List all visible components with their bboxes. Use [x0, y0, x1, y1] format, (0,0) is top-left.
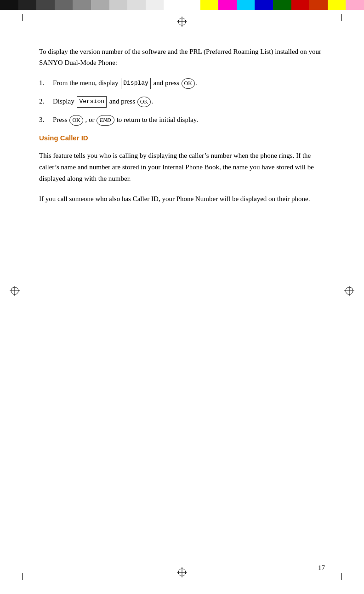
step-2-period: .	[151, 98, 153, 105]
step-1-period: .	[195, 79, 197, 87]
crop-mark-tl-h	[22, 14, 29, 14]
steps-list: 1. From the menu, display Display and pr…	[39, 77, 325, 126]
step-3: 3. Press OK , or END to return to the in…	[39, 114, 325, 126]
crop-mark-bl-v	[22, 573, 23, 580]
crop-mark-bl-h	[22, 580, 29, 580]
step-1-lcd-display: Display	[121, 78, 151, 89]
step-1-btn-ok: OK	[182, 78, 195, 89]
step-2-text-mid: and press	[109, 98, 137, 105]
step-3-content: Press OK , or END to return to the initi…	[53, 114, 198, 126]
step-2-btn-ok: OK	[137, 97, 151, 107]
step-3-btn-ok: OK	[69, 115, 83, 126]
color-bar-top	[0, 0, 364, 10]
intro-paragraph: To display the version number of the sof…	[39, 46, 325, 68]
step-1-content: From the menu, display Display and press…	[53, 77, 197, 89]
crop-mark-br-v	[341, 573, 342, 580]
step-2: 2. Display Version and press OK.	[39, 96, 325, 108]
step-1: 1. From the menu, display Display and pr…	[39, 77, 325, 89]
step-2-text-before: Display	[53, 98, 74, 105]
step-2-number: 2.	[39, 96, 53, 107]
step-2-lcd-version: Version	[77, 96, 107, 108]
step-1-number: 1.	[39, 77, 53, 88]
body-paragraph-2: If you call someone who also has Caller …	[39, 193, 325, 205]
step-2-content: Display Version and press OK.	[53, 96, 153, 108]
section-heading-caller-id: Using Caller ID	[39, 134, 325, 142]
crop-mark-tr-h	[335, 14, 342, 14]
reg-mark-top-center	[176, 16, 188, 27]
body-paragraph-1: This feature tells you who is calling by…	[39, 150, 325, 184]
step-3-btn-end: END	[96, 115, 115, 126]
step-3-text-before: Press	[53, 116, 68, 123]
step-3-text-comma: , or	[85, 116, 95, 123]
step-3-text-after: to return to the initial display.	[117, 116, 198, 123]
content-area: To display the version number of the sof…	[39, 46, 325, 214]
step-3-number: 3.	[39, 114, 53, 125]
page-number: 17	[318, 564, 325, 572]
step-1-text-mid: and press	[154, 79, 181, 87]
step-1-text-before: From the menu, display	[53, 79, 119, 87]
reg-mark-mid-left	[9, 285, 20, 296]
crop-mark-tl-v	[22, 14, 23, 21]
reg-mark-mid-right	[344, 285, 355, 296]
reg-mark-bottom-center	[176, 567, 188, 578]
crop-mark-br-h	[335, 580, 342, 580]
crop-mark-tr-v	[341, 14, 342, 21]
